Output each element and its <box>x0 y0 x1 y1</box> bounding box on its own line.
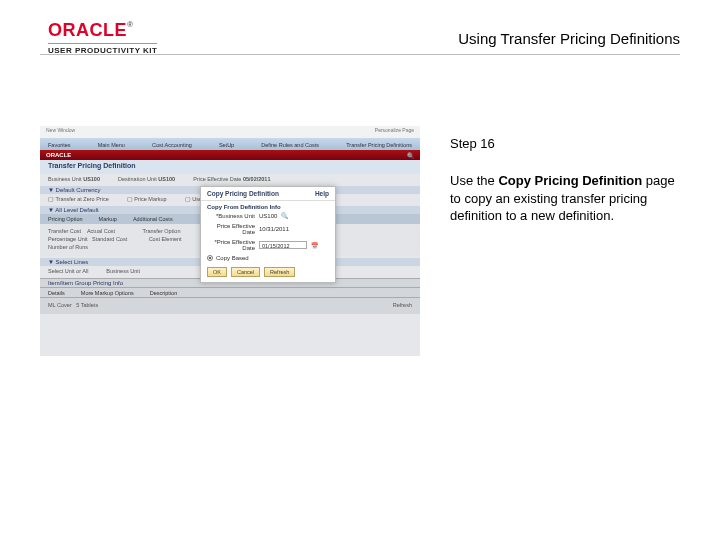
field-actual-cost: Actual Cost <box>87 228 115 234</box>
lookup-icon[interactable]: 🔍 <box>281 212 288 219</box>
trademark-icon: ® <box>127 20 133 29</box>
tab-additional-costs: Additional Costs <box>133 216 173 222</box>
search-icon: 🔍 <box>407 152 414 159</box>
field-select-unit: Select Unit or All <box>48 268 88 274</box>
link-personalize: Personalize Page <box>375 127 414 138</box>
field-transfer-cost: Transfer Cost <box>48 228 81 234</box>
bu-value: US100 <box>83 176 100 182</box>
nav-item: Define Rules and Costs <box>261 142 319 148</box>
eff-label: Price Effective Date <box>193 176 241 182</box>
field-select-bu: Business Unit <box>106 268 140 274</box>
table-cell: 5 Tablets <box>76 302 98 308</box>
field-transfer-option: Transfer Option <box>142 228 180 234</box>
cancel-button[interactable]: Cancel <box>231 267 260 277</box>
chk-zero-price: ▢ Transfer at Zero Price <box>48 196 109 202</box>
field-standard-cost: Standard Cost <box>92 236 127 242</box>
dialog-effdate-value: 10/31/2011 <box>259 226 289 232</box>
app-screenshot: New Window Personalize Page Favorites Ma… <box>40 126 420 356</box>
header-divider <box>40 54 680 55</box>
brand-name: ORACLE <box>48 20 127 41</box>
dialog-help-link[interactable]: Help <box>315 190 329 197</box>
dialog-bu-label: *Business Unit <box>207 213 255 219</box>
tab-more-markup: More Markup Options <box>81 290 134 296</box>
nav-item: Favorites <box>48 142 71 148</box>
refresh-link: Refresh <box>393 302 412 308</box>
radio-copy-based-label: Copy Based <box>216 255 249 261</box>
instruction-prefix: Use the <box>450 173 498 188</box>
brand-logo: ORACLE® USER PRODUCTIVITY KIT <box>48 20 157 55</box>
dialog-effdate-label: Price Effective Date <box>207 223 255 235</box>
form-title: Transfer Pricing Definition <box>40 160 420 174</box>
dest-value: US100 <box>158 176 175 182</box>
app-brand: ORACLE <box>46 152 71 158</box>
dialog-bu-value: US100 <box>259 213 277 219</box>
link-new-window: New Window <box>46 127 75 138</box>
radio-copy-based[interactable] <box>207 255 213 261</box>
field-cost-element: Cost Element <box>149 236 182 242</box>
nav-item: SetUp <box>219 142 234 148</box>
nav-item: Transfer Pricing Definitions <box>346 142 412 148</box>
tab-pricing-option: Pricing Option <box>48 216 83 222</box>
dialog-newdate-label: *Price Effective Date <box>207 239 255 251</box>
calendar-icon[interactable]: 📅 <box>311 242 318 249</box>
tab-description: Description <box>150 290 178 296</box>
dialog-section-heading: Copy From Definition Info <box>201 201 335 210</box>
page-title: Using Transfer Pricing Definitions <box>458 30 680 47</box>
eff-value: 05/02/2011 <box>243 176 271 182</box>
breadcrumb: Favorites Main Menu Cost Accounting SetU… <box>40 138 420 150</box>
step-number: Step 16 <box>450 136 495 151</box>
bu-label: Business Unit <box>48 176 82 182</box>
tab-markup: Markup <box>99 216 117 222</box>
copy-pricing-definition-dialog: Copy Pricing Definition Help Copy From D… <box>200 186 336 283</box>
table-cell: ML Cover <box>48 302 72 308</box>
ok-button[interactable]: OK <box>207 267 227 277</box>
instruction-bold: Copy Pricing Definition <box>498 173 642 188</box>
refresh-button[interactable]: Refresh <box>264 267 295 277</box>
tab-details: Details <box>48 290 65 296</box>
chk-price-markup: ▢ Price Markup <box>127 196 167 202</box>
nav-item: Main Menu <box>98 142 125 148</box>
nav-item: Cost Accounting <box>152 142 192 148</box>
dialog-newdate-input[interactable]: 01/15/2012 <box>259 241 307 249</box>
instruction-text: Use the Copy Pricing Definition page to … <box>450 172 680 225</box>
dest-label: Destination Unit <box>118 176 157 182</box>
dialog-title: Copy Pricing Definition <box>207 190 279 197</box>
field-percentage: Percentage Unit <box>48 236 87 242</box>
